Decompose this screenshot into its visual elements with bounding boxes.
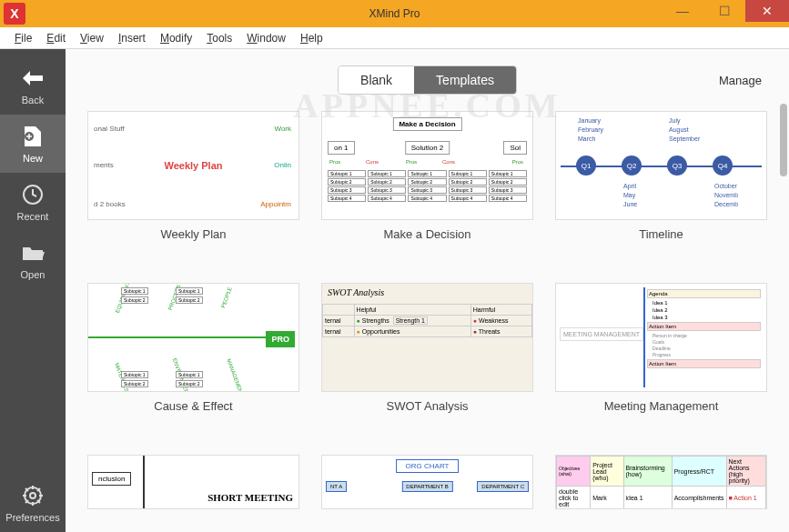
top-controls: Blank Templates Manage <box>66 49 789 111</box>
template-thumb: Objectives (what) Project Lead (who) Bra… <box>555 455 767 509</box>
template-thumb: ORG CHART NT A DEPARTMENT B DEPARTMENT C <box>321 455 533 509</box>
thumb-center: Weekly Plan <box>165 160 223 171</box>
sidebar-label: Preferences <box>5 512 59 523</box>
menu-view[interactable]: View <box>73 32 111 45</box>
template-thumb: nclusion SHORT MEETING <box>87 455 299 509</box>
template-label: Make a Decision <box>383 227 470 241</box>
sidebar-item-back[interactable]: Back <box>0 56 66 115</box>
template-label: SWOT Analysis <box>386 399 468 413</box>
template-thumb: Q1 Q2 Q3 Q4 January February March July … <box>555 111 767 220</box>
app-icon: X <box>4 3 25 25</box>
back-arrow-icon <box>20 65 46 91</box>
tab-group: Blank Templates <box>338 65 517 95</box>
window-title: XMind Pro <box>369 7 420 20</box>
menubar: File Edit View Insert Modify Tools Windo… <box>0 27 789 49</box>
template-org-chart[interactable]: ORG CHART NT A DEPARTMENT B DEPARTMENT C <box>321 455 533 532</box>
manage-link[interactable]: Manage <box>719 74 762 87</box>
sidebar-item-new[interactable]: New <box>0 115 66 173</box>
sidebar: Back New Recent Open Preferences <box>0 49 66 532</box>
sidebar-label: Back <box>22 95 44 105</box>
minimize-button[interactable]: — <box>662 0 703 22</box>
window-controls: — ☐ ✕ <box>662 0 789 27</box>
template-short-meeting[interactable]: nclusion SHORT MEETING <box>87 455 299 532</box>
menu-tools[interactable]: Tools <box>199 32 239 45</box>
tab-blank[interactable]: Blank <box>339 66 414 94</box>
sidebar-item-preferences[interactable]: Preferences <box>0 474 66 532</box>
sidebar-item-open[interactable]: Open <box>0 231 66 289</box>
menu-file[interactable]: File <box>7 32 39 45</box>
svg-point-3 <box>30 493 35 498</box>
template-thumb: Make a Decision on 1 Solution 2 Sol Pros… <box>321 111 533 220</box>
template-label: Cause & Effect <box>154 399 232 413</box>
sidebar-label: Recent <box>17 211 49 222</box>
gear-icon <box>20 483 46 508</box>
template-swot[interactable]: SWOT Analysis HelpfulHarmful ternal ● St… <box>321 283 533 438</box>
template-thumb: Weekly Plan onal Stuff Work ments Onlin … <box>87 111 299 220</box>
sidebar-label: Open <box>21 269 46 280</box>
clock-icon <box>20 182 46 207</box>
template-meeting[interactable]: MEETING MANAGEMENT Agenda Idea 1 Idea 2 … <box>555 283 767 438</box>
template-label: Meeting Management <box>604 399 719 413</box>
menu-insert[interactable]: Insert <box>111 32 153 45</box>
template-thumb: SWOT Analysis HelpfulHarmful ternal ● St… <box>321 283 533 392</box>
template-label: Weekly Plan <box>160 227 226 241</box>
content-area: APPNEE.COM Blank Templates Manage Weekly… <box>66 49 789 532</box>
template-thumb: MEETING MANAGEMENT Agenda Idea 1 Idea 2 … <box>555 283 767 392</box>
template-project-dashboard[interactable]: Objectives (what) Project Lead (who) Bra… <box>555 455 767 532</box>
scrollbar[interactable] <box>780 104 787 176</box>
main-area: Back New Recent Open Preferences <box>0 49 789 532</box>
menu-help[interactable]: Help <box>293 32 330 45</box>
menu-window[interactable]: Window <box>239 32 293 45</box>
menu-edit[interactable]: Edit <box>39 32 73 45</box>
menu-modify[interactable]: Modify <box>153 32 199 45</box>
template-thumb: PRO EQUIPMENT PROCESS PEOPLE MATERIALS E… <box>87 283 299 392</box>
close-button[interactable]: ✕ <box>745 0 789 22</box>
titlebar: X XMind Pro — ☐ ✕ <box>0 0 789 27</box>
sidebar-item-recent[interactable]: Recent <box>0 173 66 231</box>
template-cause-effect[interactable]: PRO EQUIPMENT PROCESS PEOPLE MATERIALS E… <box>87 283 299 438</box>
template-grid: Weekly Plan onal Stuff Work ments Onlin … <box>66 111 789 532</box>
tab-templates[interactable]: Templates <box>414 66 516 94</box>
template-timeline[interactable]: Q1 Q2 Q3 Q4 January February March July … <box>555 111 767 266</box>
template-label: Timeline <box>639 227 683 241</box>
template-make-decision[interactable]: Make a Decision on 1 Solution 2 Sol Pros… <box>321 111 533 266</box>
folder-icon <box>20 240 46 266</box>
template-weekly-plan[interactable]: Weekly Plan onal Stuff Work ments Onlin … <box>87 111 299 266</box>
maximize-button[interactable]: ☐ <box>703 0 745 22</box>
new-file-icon <box>20 124 46 149</box>
sidebar-label: New <box>23 153 43 164</box>
